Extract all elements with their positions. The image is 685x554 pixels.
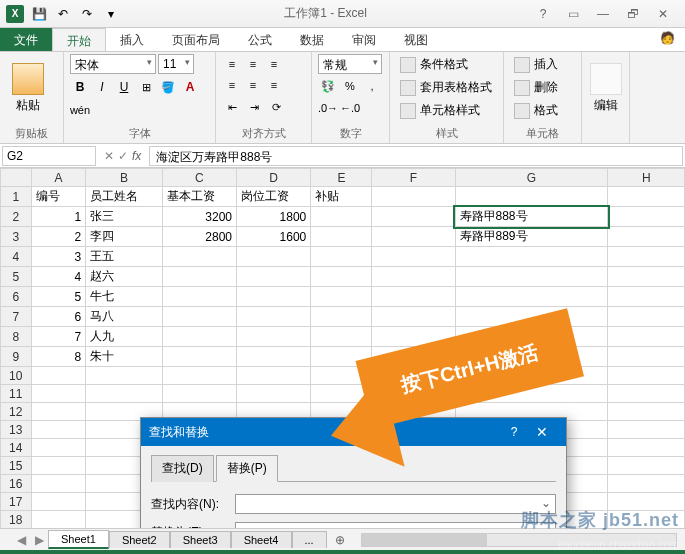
cell[interactable] xyxy=(372,187,455,207)
font-name-combo[interactable]: 宋体 xyxy=(70,54,156,74)
cell[interactable] xyxy=(608,267,685,287)
formula-input[interactable]: 海淀区万寿路甲888号 xyxy=(149,146,683,166)
cell[interactable] xyxy=(455,287,608,307)
sheet-tab-3[interactable]: Sheet3 xyxy=(170,531,231,548)
delete-cells-button[interactable]: 删除 xyxy=(510,77,562,98)
account-icon[interactable]: 🧑 xyxy=(650,28,685,51)
row-header-18[interactable]: 18 xyxy=(1,511,32,529)
row-header-9[interactable]: 9 xyxy=(1,347,32,367)
percent-format-button[interactable]: % xyxy=(340,76,360,96)
sheet-nav-next-icon[interactable]: ▶ xyxy=(30,531,48,549)
cell[interactable]: 赵六 xyxy=(86,267,162,287)
tab-data[interactable]: 数据 xyxy=(286,28,338,51)
paste-button[interactable]: 粘贴 xyxy=(6,54,50,122)
cell[interactable] xyxy=(237,287,311,307)
cell[interactable] xyxy=(455,267,608,287)
cell[interactable] xyxy=(455,187,608,207)
cell[interactable] xyxy=(311,207,372,227)
cell[interactable] xyxy=(237,367,311,385)
align-left-button[interactable]: ≡ xyxy=(222,75,242,95)
cell[interactable] xyxy=(31,493,86,511)
col-header-C[interactable]: C xyxy=(162,169,236,187)
align-top-button[interactable]: ≡ xyxy=(222,54,242,74)
cell[interactable]: 6 xyxy=(31,307,86,327)
format-as-table-button[interactable]: 套用表格格式 xyxy=(396,77,496,98)
cell[interactable]: 人九 xyxy=(86,327,162,347)
cell[interactable] xyxy=(162,327,236,347)
cell[interactable] xyxy=(455,347,608,367)
bold-button[interactable]: B xyxy=(70,77,90,97)
align-bottom-button[interactable]: ≡ xyxy=(264,54,284,74)
col-header-D[interactable]: D xyxy=(237,169,311,187)
row-header-17[interactable]: 17 xyxy=(1,493,32,511)
tab-formulas[interactable]: 公式 xyxy=(234,28,286,51)
restore-icon[interactable]: 🗗 xyxy=(619,4,647,24)
cell[interactable] xyxy=(162,307,236,327)
number-format-combo[interactable]: 常规 xyxy=(318,54,382,74)
cell[interactable] xyxy=(162,247,236,267)
cell[interactable]: 2800 xyxy=(162,227,236,247)
tab-review[interactable]: 审阅 xyxy=(338,28,390,51)
italic-button[interactable]: I xyxy=(92,77,112,97)
align-middle-button[interactable]: ≡ xyxy=(243,54,263,74)
cell[interactable]: 4 xyxy=(31,267,86,287)
sheet-tab-4[interactable]: Sheet4 xyxy=(231,531,292,548)
cell[interactable] xyxy=(608,439,685,457)
cell[interactable] xyxy=(237,385,311,403)
name-box[interactable]: G2 xyxy=(2,146,96,166)
cell[interactable] xyxy=(372,247,455,267)
qat-customize-icon[interactable]: ▾ xyxy=(100,3,122,25)
cell[interactable]: 2 xyxy=(31,227,86,247)
minimize-icon[interactable]: — xyxy=(589,4,617,24)
cell[interactable] xyxy=(608,475,685,493)
col-header-E[interactable]: E xyxy=(311,169,372,187)
cell[interactable] xyxy=(31,367,86,385)
tab-page-layout[interactable]: 页面布局 xyxy=(158,28,234,51)
cell[interactable] xyxy=(237,327,311,347)
cell[interactable] xyxy=(311,367,372,385)
cell[interactable] xyxy=(608,227,685,247)
cell[interactable]: 1800 xyxy=(237,207,311,227)
cell[interactable] xyxy=(608,287,685,307)
cell[interactable] xyxy=(31,421,86,439)
cell[interactable] xyxy=(311,385,372,403)
tab-home[interactable]: 开始 xyxy=(52,28,106,51)
cell[interactable] xyxy=(31,403,86,421)
decrease-decimal-button[interactable]: ←.0 xyxy=(340,98,360,118)
cell[interactable]: 马八 xyxy=(86,307,162,327)
cell-styles-button[interactable]: 单元格样式 xyxy=(396,100,496,121)
cell[interactable] xyxy=(237,307,311,327)
col-header-A[interactable]: A xyxy=(31,169,86,187)
cell[interactable] xyxy=(372,367,455,385)
cell[interactable] xyxy=(455,327,608,347)
row-header-15[interactable]: 15 xyxy=(1,457,32,475)
cell[interactable] xyxy=(311,267,372,287)
cell[interactable] xyxy=(372,287,455,307)
tab-view[interactable]: 视图 xyxy=(390,28,442,51)
cell[interactable] xyxy=(372,307,455,327)
font-color-button[interactable]: A xyxy=(180,77,200,97)
row-header-3[interactable]: 3 xyxy=(1,227,32,247)
cell[interactable] xyxy=(86,385,162,403)
cell[interactable] xyxy=(311,227,372,247)
cell[interactable] xyxy=(237,247,311,267)
cell[interactable] xyxy=(311,247,372,267)
sheet-tab-1[interactable]: Sheet1 xyxy=(48,530,109,549)
row-header-12[interactable]: 12 xyxy=(1,403,32,421)
cell[interactable]: 3200 xyxy=(162,207,236,227)
increase-indent-button[interactable]: ⇥ xyxy=(244,97,264,117)
cell[interactable]: 岗位工资 xyxy=(237,187,311,207)
cell[interactable] xyxy=(31,511,86,529)
dialog-help-icon[interactable]: ? xyxy=(502,425,526,439)
cell[interactable] xyxy=(455,385,608,403)
cell[interactable] xyxy=(31,475,86,493)
col-header-G[interactable]: G xyxy=(455,169,608,187)
select-all-corner[interactable] xyxy=(1,169,32,187)
sheet-tab-2[interactable]: Sheet2 xyxy=(109,531,170,548)
cell[interactable] xyxy=(372,327,455,347)
row-header-10[interactable]: 10 xyxy=(1,367,32,385)
cell[interactable]: 8 xyxy=(31,347,86,367)
cell[interactable] xyxy=(162,347,236,367)
cancel-formula-icon[interactable]: ✕ xyxy=(104,149,114,163)
underline-button[interactable]: U xyxy=(114,77,134,97)
